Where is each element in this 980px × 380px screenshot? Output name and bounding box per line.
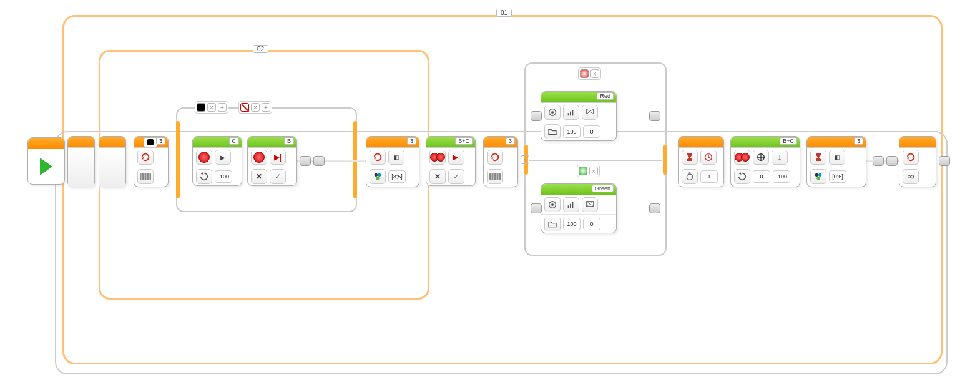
rotate-icon — [196, 169, 212, 184]
play-value[interactable]: 0 — [583, 125, 600, 138]
color-set-icon — [810, 169, 826, 184]
loop02-start-strut[interactable] — [99, 136, 126, 187]
rotate-icon — [734, 169, 750, 184]
move-steering-on[interactable]: B+C ↓ 0 -100 — [730, 136, 800, 187]
loop-interrupt-2[interactable]: 3 ◧ [3;5] — [366, 136, 419, 187]
steering-icon — [753, 150, 769, 165]
hourglass-icon — [682, 150, 698, 165]
timer-icon — [682, 169, 698, 184]
check-icon: ✓ — [270, 169, 286, 184]
folder-icon — [544, 124, 561, 139]
port-label-3b[interactable]: 3 — [407, 137, 416, 145]
switch2-green-tab[interactable]: × — [577, 165, 600, 177]
svg-rect-11 — [568, 205, 569, 208]
motor-c-block[interactable]: C ▶ -100 — [192, 136, 242, 186]
port-label[interactable]: 3 — [156, 137, 165, 145]
sound-block-red[interactable]: Red 100 0 — [541, 91, 617, 141]
wait-time-block[interactable]: 1 — [678, 136, 724, 187]
mid-plug-1 — [300, 156, 311, 166]
port-label-3c[interactable]: 3 — [506, 137, 515, 145]
svg-point-20 — [818, 173, 821, 177]
svg-rect-13 — [572, 202, 573, 208]
loop01-start-strut[interactable] — [67, 136, 95, 187]
port-label-3d[interactable]: 3 — [854, 137, 863, 145]
volume-value[interactable]: 100 — [563, 125, 581, 138]
tab-plus-icon[interactable]: + — [218, 103, 227, 112]
sound-red-label[interactable]: Red — [597, 92, 614, 100]
plug-end — [939, 156, 950, 166]
volume-value-g[interactable]: 100 — [563, 218, 581, 230]
color-set-icon — [370, 169, 386, 184]
bars-icon — [563, 105, 579, 120]
switch1-left-port-tab[interactable] — [144, 137, 157, 147]
move-steering-stop[interactable]: B+C ▶| ✕ ✓ — [426, 136, 476, 186]
color-values-2[interactable]: [0;6] — [829, 170, 846, 183]
svg-point-1 — [378, 173, 381, 177]
svg-point-10 — [551, 203, 554, 206]
infinity-icon: ∞ — [903, 169, 919, 184]
port-label-c[interactable]: C — [229, 137, 240, 145]
play-value-g[interactable]: 0 — [583, 218, 600, 230]
flag-icon — [582, 105, 598, 120]
power-value-2[interactable]: -100 — [773, 170, 790, 183]
x-icon: ✕ — [251, 169, 267, 184]
play-icon — [40, 158, 52, 175]
plug-green-out — [649, 203, 660, 213]
folder-icon — [544, 217, 561, 231]
motor-b-block[interactable]: B ▶| ✕ ✓ — [247, 136, 297, 186]
dual-motor-icon — [734, 150, 750, 165]
start-header — [28, 138, 64, 149]
mid-plug-4 — [886, 156, 898, 166]
loop-arrow-icon — [370, 150, 386, 165]
steer-value[interactable]: 0 — [753, 170, 770, 183]
loop-end-block[interactable]: ∞ — [899, 136, 936, 187]
svg-point-19 — [815, 173, 818, 177]
brick-buttons-icon — [137, 169, 154, 184]
svg-point-21 — [816, 177, 820, 180]
loop-01-label: 01 — [496, 9, 512, 17]
svg-rect-7 — [572, 110, 573, 115]
svg-rect-6 — [570, 112, 571, 116]
plug-green-in — [531, 203, 542, 213]
svg-rect-17 — [689, 172, 691, 173]
stop-bar-icon: ▶| — [270, 150, 286, 165]
switch1-tabs[interactable]: × + — [195, 101, 228, 114]
sensor-icon: ◧ — [829, 150, 845, 165]
tab-close-icon-2[interactable]: × — [251, 103, 260, 112]
port-label-b[interactable]: B — [284, 137, 294, 145]
down-arrow-icon: ↓ — [772, 150, 788, 165]
switch1-tabs-alt[interactable]: × + — [238, 101, 272, 114]
plug-red-out — [649, 111, 660, 121]
power-value[interactable]: -100 — [215, 170, 232, 183]
start-block[interactable] — [27, 137, 65, 185]
seconds-value[interactable]: 1 — [700, 170, 718, 183]
dual-motor-icon — [429, 150, 446, 165]
sound-green-label[interactable]: Green — [592, 185, 614, 192]
tab-close-icon[interactable]: × — [207, 103, 216, 112]
svg-point-0 — [375, 173, 378, 177]
tab-green-icon[interactable] — [579, 167, 587, 175]
switch2-tabs[interactable]: × — [578, 67, 601, 80]
loop-arrow-icon — [137, 150, 154, 165]
color-values[interactable]: [3;5] — [388, 170, 406, 183]
wait-color-block[interactable]: 3 ◧ [0;6] — [806, 136, 866, 187]
play-mode-icon: ▶ — [215, 150, 231, 165]
motor-icon — [251, 150, 267, 165]
loop-02-label: 02 — [253, 45, 268, 53]
svg-rect-12 — [570, 204, 571, 208]
port-label-bc2[interactable]: B+C — [780, 137, 797, 145]
add-case-plus-icon[interactable]: + — [521, 155, 529, 164]
sound-block-green[interactable]: Green 100 0 — [541, 183, 617, 233]
speaker-icon — [544, 105, 561, 120]
tab-close-icon[interactable]: × — [590, 69, 599, 78]
tab-plus-icon-2[interactable]: + — [262, 103, 270, 112]
tab-close-icon[interactable]: × — [589, 167, 598, 175]
tab-nocolor-icon[interactable] — [240, 103, 249, 112]
bars-icon — [563, 197, 579, 212]
loop-interrupt-3[interactable]: 3 — [483, 136, 518, 187]
port-label-bc[interactable]: B+C — [455, 137, 473, 145]
tab-red-icon[interactable] — [580, 69, 589, 78]
tab-black-icon[interactable] — [197, 103, 205, 112]
plug-red-in — [531, 111, 542, 121]
check-icon: ✓ — [448, 169, 464, 184]
